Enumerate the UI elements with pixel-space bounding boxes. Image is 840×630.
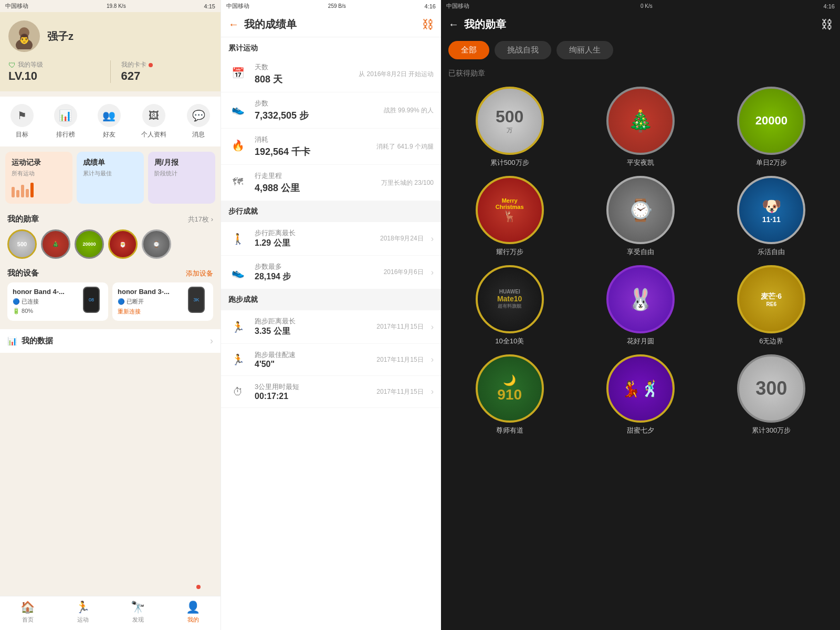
- p2-header: ← 我的成绩单 ⛓: [221, 12, 441, 37]
- activity-card[interactable]: 运动记录 所有运动: [5, 152, 72, 204]
- distance-value: 4,988 公里: [255, 182, 374, 194]
- medal-christmas[interactable]: 🎄: [41, 229, 70, 259]
- run-pace-name: 跑步最佳配速: [255, 350, 369, 360]
- walk-dist-val: 1.29 公里: [255, 238, 373, 249]
- p2-share-icon[interactable]: ⛓: [422, 18, 434, 32]
- walk-steps-row[interactable]: 👟 步数最多 28,194 步 2016年9月6日 ›: [221, 256, 441, 289]
- walk-dist-row[interactable]: 🚶 步行距离最长 1.29 公里 2018年9月24日 ›: [221, 222, 441, 256]
- score-card[interactable]: 成绩单 累计与最佳: [77, 152, 144, 204]
- home-icon: 🏠: [20, 601, 35, 614]
- medal-item-500[interactable]: 500 万 累计500万步: [448, 87, 571, 167]
- medal-20000[interactable]: 20000: [75, 229, 104, 259]
- p2-back-button[interactable]: ←: [228, 18, 239, 30]
- run-dist-name: 跑步距离最长: [255, 317, 369, 326]
- nav-discover[interactable]: 🔭 发现: [131, 601, 145, 624]
- medal-label-mango6: 6无边界: [759, 337, 783, 346]
- devices-section: 我的设备 添加设备 honor Band 4-... 🔵 已连接 🔋 80% 0…: [0, 264, 220, 325]
- device-band3[interactable]: honor Band 3-... 🔵 已断开 重新连接 3K: [112, 282, 213, 321]
- run-pace-val: 4'50": [255, 360, 369, 369]
- p3-share-icon[interactable]: ⛓: [821, 18, 833, 32]
- medal-label-mate10: 10全10美: [495, 337, 524, 346]
- walk-dist-date: 2018年9月24日: [380, 234, 424, 243]
- medal-watch[interactable]: ⌚: [142, 229, 171, 259]
- days-name: 天数: [255, 62, 351, 72]
- run-pace-row[interactable]: 🏃 跑步最佳配速 4'50" 2017年11月15日 ›: [221, 344, 441, 376]
- medal-item-moon[interactable]: 🐰 花好月圆: [579, 265, 701, 346]
- walk-dist-content: 步行距离最长 1.29 公里: [255, 228, 373, 249]
- distance-name: 行走里程: [255, 171, 374, 181]
- medal-mc[interactable]: 🎅: [108, 229, 138, 259]
- medal-item-mate10[interactable]: HUAWEI Mate10 超有料旗舰 10全10美: [448, 265, 571, 346]
- profile-header: 👨 强子z: [0, 12, 220, 60]
- medal-label-300: 累计300万步: [752, 426, 791, 435]
- medal-item-mango6[interactable]: 麦芒·6 RE6 6无边界: [710, 265, 833, 346]
- tab-challenge[interactable]: 挑战自我: [495, 41, 551, 59]
- card-stat: 我的卡卡 627: [111, 60, 213, 83]
- device-band4[interactable]: honor Band 4-... 🔵 已连接 🔋 80% 08: [7, 282, 108, 321]
- medal-item-300[interactable]: 300 累计300万步: [710, 354, 833, 435]
- shield-icon: 🛡: [8, 61, 16, 69]
- report-card-sub: 阶段统计: [154, 170, 209, 177]
- medal-item-1111[interactable]: 🐶 11·11 乐活自由: [710, 176, 833, 257]
- run-dist-date: 2017年11月15日: [376, 322, 423, 331]
- run-pace-icon: 🏃: [228, 350, 247, 369]
- notification-dot: [149, 63, 153, 67]
- running-divider: 跑步成就: [221, 289, 441, 310]
- walk-steps-name: 步数最多: [255, 262, 376, 271]
- p3-title: 我的勋章: [464, 17, 816, 32]
- card-value: 627: [121, 69, 141, 83]
- tab-beautiful[interactable]: 绚丽人生: [556, 41, 613, 59]
- level-stat: 🛡 我的等级 LV.10: [8, 60, 111, 83]
- medal-item-xmaseve[interactable]: 🎄 平安夜凯: [579, 87, 701, 167]
- obtained-medals-label: 已获得勋章: [441, 64, 840, 81]
- report-card[interactable]: 周/月报 阶段统计: [148, 152, 215, 204]
- medals-count[interactable]: 共17枚 ›: [188, 215, 213, 224]
- medal-item-qixi[interactable]: 💃🕺 甜蜜七夕: [579, 354, 701, 435]
- add-device-link[interactable]: 添加设备: [186, 269, 213, 278]
- calories-content: 消耗 192,564 千卡: [255, 135, 369, 158]
- run-icon: 🏃: [228, 318, 247, 337]
- medal-item-teacher[interactable]: 🌙 910 尊师有道: [448, 354, 571, 435]
- medal-item-freedom[interactable]: ⌚ 享受自由: [579, 176, 701, 257]
- speed-3: 0 K/s: [640, 3, 653, 9]
- medal-item-mc[interactable]: Merry Christmas 🦌 耀行万步: [448, 176, 571, 257]
- profile-icon: 🖼: [142, 104, 165, 127]
- nav-target[interactable]: ⚑ 目标: [10, 104, 34, 139]
- nav-message[interactable]: 💬 消息: [187, 104, 210, 139]
- medal-circle-mango6: 麦芒·6 RE6: [737, 265, 805, 333]
- nav-profile[interactable]: 🖼 个人资料: [141, 104, 166, 139]
- nav-friends[interactable]: 👥 好友: [98, 104, 121, 139]
- run-pace-date: 2017年11月15日: [376, 355, 423, 364]
- steps-name: 步数: [255, 99, 376, 108]
- run-pace-content: 跑步最佳配速 4'50": [255, 350, 369, 369]
- medal-circle-teacher: 🌙 910: [476, 354, 544, 423]
- nav-mine[interactable]: 👤 我的: [186, 601, 200, 624]
- my-data-section[interactable]: 📊 我的数据 ›: [0, 329, 220, 353]
- panel-mine: 中国移动 19.8 K/s 4:15 👨 强子z 🛡 我的等级 LV.10 我的…: [0, 0, 220, 630]
- target-icon: ⚑: [10, 104, 34, 127]
- calendar-icon: 📅: [228, 64, 247, 82]
- status-bar-2: 中国移动 259 B/s 4:16: [221, 0, 441, 12]
- run-dist-row[interactable]: 🏃 跑步距离最长 3.35 公里 2017年11月15日 ›: [221, 310, 441, 344]
- nav-home[interactable]: 🏠 首页: [20, 601, 35, 624]
- days-value: 808 天: [255, 73, 351, 86]
- rank-icon: 📊: [54, 104, 77, 127]
- nav-friends-label: 好友: [103, 130, 116, 139]
- discover-label: 发现: [132, 616, 144, 624]
- nav-sport[interactable]: 🏃 运动: [76, 601, 90, 624]
- run-time-row[interactable]: ⏱ 3公里用时最短 00:17:21 2017年11月15日 ›: [221, 376, 441, 408]
- calories-value: 192,564 千卡: [255, 145, 369, 158]
- run-dist-content: 跑步距离最长 3.35 公里: [255, 317, 369, 337]
- carrier-1: 中国移动: [5, 2, 28, 10]
- medal-item-20000[interactable]: 20000 单日2万步: [710, 87, 833, 167]
- run-dist-val: 3.35 公里: [255, 326, 369, 337]
- stat-distance: 🗺 行走里程 4,988 公里 万里长城的 23/100: [221, 165, 441, 201]
- nav-rank[interactable]: 📊 排行榜: [54, 104, 77, 139]
- steps-note: 战胜 99.99% 的人: [384, 106, 434, 115]
- tab-all[interactable]: 全部: [448, 41, 489, 59]
- svg-text:👨: 👨: [18, 33, 30, 45]
- nav-rank-label: 排行榜: [56, 130, 75, 139]
- medal-500[interactable]: 500: [7, 229, 37, 259]
- p3-back-button[interactable]: ←: [448, 18, 459, 30]
- medal-circle-1111: 🐶 11·11: [737, 176, 805, 244]
